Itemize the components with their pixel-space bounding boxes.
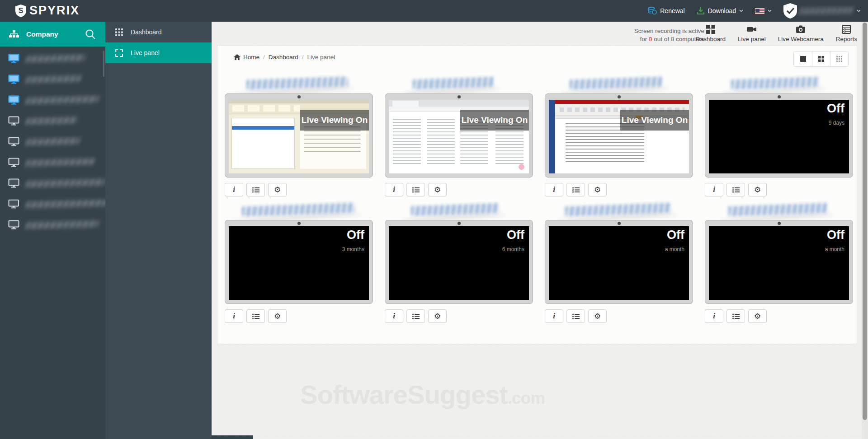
computer-item[interactable]	[0, 214, 105, 235]
logs-button[interactable]	[726, 309, 745, 323]
settings-button[interactable]: ⚙	[428, 183, 447, 196]
settings-button[interactable]: ⚙	[748, 183, 767, 196]
screen-thumbnail[interactable]: Off a month	[545, 220, 693, 304]
screen-thumbnail[interactable]: Live Viewing On	[225, 93, 373, 177]
org-chart-icon	[9, 30, 19, 38]
computer-name-blurred	[565, 203, 672, 216]
computer-item[interactable]	[0, 48, 105, 69]
computer-item[interactable]	[0, 89, 105, 110]
sidebar-scrollbar[interactable]	[103, 51, 104, 77]
logo-text: SPYRIX	[29, 4, 80, 18]
computer-name-blurred	[731, 77, 820, 90]
breadcrumb-home[interactable]: Home	[234, 54, 259, 61]
menu-list: Dashboard Live panel	[105, 22, 212, 63]
logs-button[interactable]	[406, 183, 425, 196]
view-single-button[interactable]	[794, 51, 812, 66]
user-account-menu[interactable]	[783, 3, 861, 19]
gear-icon: ⚙	[434, 313, 441, 320]
logs-button[interactable]	[566, 183, 585, 196]
language-selector[interactable]	[755, 8, 772, 14]
dashboard-grid-icon	[115, 28, 123, 36]
info-button[interactable]: i	[705, 183, 723, 196]
screen-thumbnail[interactable]: Off 3 months	[225, 220, 373, 304]
computer-item[interactable]	[0, 152, 105, 173]
computer-item[interactable]	[0, 173, 105, 193]
company-header[interactable]: Company	[0, 22, 105, 47]
screen-thumbnail[interactable]: Off 6 months	[385, 220, 533, 304]
monitor-online-icon	[8, 75, 19, 84]
view-toggle-group	[793, 51, 849, 67]
quad-view-icon	[818, 56, 824, 62]
nav-reports[interactable]: Reports	[836, 25, 857, 42]
info-button[interactable]: i	[705, 309, 723, 323]
chevron-down-icon	[768, 9, 772, 12]
info-icon: i	[393, 312, 395, 321]
nav-label: Reports	[836, 36, 857, 42]
info-button[interactable]: i	[385, 183, 403, 196]
settings-button[interactable]: ⚙	[428, 309, 447, 323]
computer-tile: Live Viewing On i ⚙	[225, 75, 373, 196]
computer-item[interactable]	[0, 193, 105, 214]
screen-thumbnail[interactable]: Off 9 days	[705, 93, 853, 177]
computer-name-blurred	[242, 203, 355, 217]
list-icon	[732, 187, 740, 193]
username-blurred	[799, 7, 855, 15]
logs-button[interactable]	[246, 183, 265, 196]
computer-item[interactable]	[0, 110, 105, 131]
single-view-icon	[800, 56, 806, 62]
renewal-button[interactable]: Renewal	[648, 7, 684, 15]
nav-live-webcamera[interactable]: Live Webcamera	[778, 25, 824, 42]
info-button[interactable]: i	[225, 309, 243, 323]
vertical-scrollbar[interactable]	[862, 22, 868, 439]
search-icon[interactable]	[85, 28, 96, 40]
list-icon	[572, 313, 580, 319]
info-button[interactable]: i	[545, 309, 563, 323]
info-button[interactable]: i	[225, 183, 243, 196]
logs-button[interactable]	[726, 183, 745, 196]
computer-item[interactable]	[0, 131, 105, 152]
view-quad-button[interactable]	[812, 51, 830, 66]
screen-thumbnail[interactable]: Live Viewing On	[545, 93, 693, 177]
logs-button[interactable]	[246, 309, 265, 323]
shield-check-avatar-icon	[783, 3, 797, 19]
settings-button[interactable]: ⚙	[748, 309, 767, 323]
logs-button[interactable]	[406, 309, 425, 323]
menu-item-live-panel[interactable]: Live panel	[105, 42, 212, 63]
horizontal-scrollbar[interactable]	[212, 435, 862, 439]
logs-button[interactable]	[566, 309, 585, 323]
download-icon	[697, 7, 705, 15]
info-icon: i	[393, 185, 395, 194]
company-sidebar: Company	[0, 0, 105, 439]
breadcrumb: Home / Dashboard / Live panel	[234, 54, 335, 61]
settings-button[interactable]: ⚙	[268, 183, 287, 196]
computer-name-blurred	[25, 178, 105, 187]
info-icon: i	[553, 185, 555, 194]
breadcrumb-dashboard[interactable]: Dashboard	[269, 54, 298, 61]
nav-live-panel[interactable]: Live panel	[738, 25, 766, 42]
off-status-label: Off	[667, 228, 684, 242]
gear-icon: ⚙	[754, 186, 761, 194]
live-status-overlay: Live Viewing On	[300, 110, 369, 131]
screen-thumbnail[interactable]: Off a month	[705, 220, 853, 304]
download-label: Download	[708, 7, 736, 14]
computer-tile: Live Viewing On i ⚙	[385, 75, 533, 196]
watermark: SoftwareSuggest.com	[300, 379, 545, 410]
monitor-offline-icon	[8, 116, 19, 126]
settings-button[interactable]: ⚙	[588, 183, 607, 196]
info-button[interactable]: i	[545, 183, 563, 196]
camera-dot-icon	[778, 222, 781, 225]
settings-button[interactable]: ⚙	[588, 309, 607, 323]
screen-thumbnail[interactable]: Live Viewing On	[385, 93, 533, 177]
computer-name-blurred	[26, 158, 95, 167]
menu-item-dashboard[interactable]: Dashboard	[105, 22, 212, 42]
monitor-offline-icon	[8, 178, 19, 188]
list-icon	[252, 187, 259, 193]
computer-item[interactable]	[0, 69, 105, 89]
nav-label: Dashboard	[696, 36, 726, 42]
settings-button[interactable]: ⚙	[268, 309, 287, 323]
download-menu[interactable]: Download	[697, 7, 743, 15]
view-grid-button[interactable]	[830, 51, 848, 66]
offline-duration: a month	[665, 246, 684, 252]
info-button[interactable]: i	[385, 309, 403, 323]
nav-dashboard[interactable]: Dashboard	[696, 25, 726, 42]
